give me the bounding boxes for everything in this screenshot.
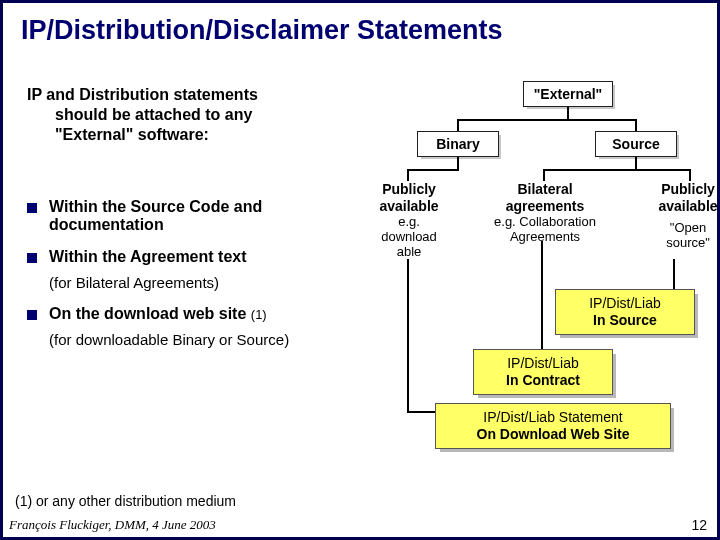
t: e.g. Collaboration bbox=[494, 214, 596, 229]
bullet-website: On the download web site (1) (for downlo… bbox=[27, 305, 367, 348]
leaf-bilateral: Bilateral agreements e.g. Collaboration … bbox=[485, 181, 605, 245]
connector bbox=[673, 259, 675, 289]
t: On Download Web Site bbox=[477, 426, 630, 442]
t: agreements bbox=[506, 198, 585, 214]
intro-line1: IP and Distribution statements bbox=[27, 86, 258, 103]
callout-web-site: IP/Dist/Liab Statement On Download Web S… bbox=[435, 403, 671, 449]
connector bbox=[407, 169, 459, 171]
t: e.g. bbox=[398, 214, 420, 229]
bullet-agreement: Within the Agreement text (for Bilateral… bbox=[27, 248, 367, 291]
t: "Open bbox=[670, 220, 706, 235]
t: Bilateral bbox=[517, 181, 572, 197]
connector bbox=[457, 119, 459, 131]
leaf-public-source: Publicly available "Open source" bbox=[649, 181, 720, 251]
bullet-source-code: Within the Source Code and documentation bbox=[27, 198, 367, 234]
t: In Source bbox=[593, 312, 657, 328]
bullet-website-sub: (for downloadable Binary or Source) bbox=[49, 331, 367, 348]
intro-text: IP and Distribution statements should be… bbox=[27, 85, 337, 145]
t: Publicly bbox=[661, 181, 715, 197]
node-external: "External" bbox=[523, 81, 613, 107]
callout-in-source: IP/Dist/Liab In Source bbox=[555, 289, 695, 335]
connector bbox=[541, 241, 543, 349]
t: IP/Dist/Liab bbox=[507, 355, 579, 371]
bullet-agreement-sub: (for Bilateral Agreements) bbox=[49, 274, 367, 291]
author-credit: François Fluckiger, DMM, 4 June 2003 bbox=[9, 517, 216, 533]
footnote: (1) or any other distribution medium bbox=[15, 493, 236, 509]
connector bbox=[407, 169, 409, 181]
connector bbox=[407, 411, 437, 413]
callout-in-contract: IP/Dist/Liab In Contract bbox=[473, 349, 613, 395]
node-binary: Binary bbox=[417, 131, 499, 157]
connector bbox=[543, 169, 545, 181]
connector bbox=[457, 119, 637, 121]
connector bbox=[567, 107, 569, 119]
t: source" bbox=[666, 235, 710, 250]
t: available bbox=[658, 198, 717, 214]
t: IP/Dist/Liab Statement bbox=[483, 409, 622, 425]
bullet-website-note: (1) bbox=[251, 307, 267, 322]
t: download bbox=[381, 229, 437, 244]
intro-line2: should be attached to any bbox=[27, 106, 252, 123]
bullet-list: Within the Source Code and documentation… bbox=[27, 198, 367, 362]
intro-line3: "External" software: bbox=[27, 126, 209, 143]
connector bbox=[457, 157, 459, 169]
diagram: "External" Binary Source Publicly availa… bbox=[373, 81, 703, 451]
connector bbox=[689, 169, 691, 181]
connector bbox=[635, 157, 637, 169]
t: Publicly bbox=[382, 181, 436, 197]
slide-title: IP/Distribution/Disclaimer Statements bbox=[3, 3, 717, 46]
connector bbox=[407, 259, 409, 411]
bullet-website-text: On the download web site bbox=[49, 305, 251, 322]
t: In Contract bbox=[506, 372, 580, 388]
t: IP/Dist/Liab bbox=[589, 295, 661, 311]
node-source: Source bbox=[595, 131, 677, 157]
page-number: 12 bbox=[691, 517, 707, 533]
leaf-public-binary: Publicly available e.g. download able bbox=[373, 181, 445, 260]
bullet-agreement-text: Within the Agreement text bbox=[49, 248, 247, 265]
t: Agreements bbox=[510, 229, 580, 244]
connector bbox=[635, 119, 637, 131]
t: able bbox=[397, 244, 422, 259]
t: available bbox=[379, 198, 438, 214]
connector bbox=[543, 169, 691, 171]
